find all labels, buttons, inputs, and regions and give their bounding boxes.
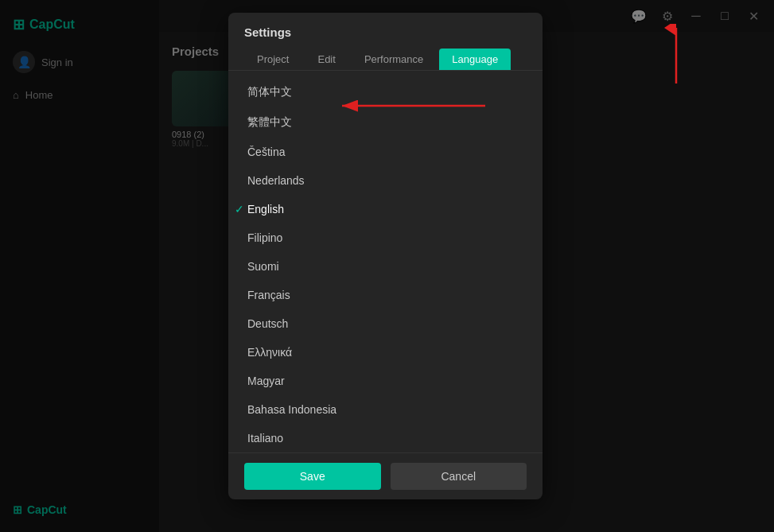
language-label: Deutsch xyxy=(247,317,288,330)
language-label: Čeština xyxy=(247,146,285,158)
tab-performance[interactable]: Performance xyxy=(352,49,436,70)
checkmark-icon: ✓ xyxy=(235,203,244,216)
language-label: Nederlands xyxy=(247,174,305,187)
language-list: 简体中文繁體中文ČeštinaNederlands✓EnglishFilipin… xyxy=(228,71,543,452)
language-label: Suomi xyxy=(247,260,279,273)
language-item-zh-hans[interactable]: 简体中文 xyxy=(228,77,543,107)
dialog-title-bar: Settings xyxy=(228,13,543,39)
language-label: Ελληνικά xyxy=(247,346,292,359)
language-item-fil[interactable]: Filipino xyxy=(228,223,543,252)
language-label: Filipino xyxy=(247,231,282,244)
dialog-tabs: Project Edit Performance Language xyxy=(228,39,543,71)
language-item-zh-hant[interactable]: 繁體中文 xyxy=(228,107,543,138)
tab-language[interactable]: Language xyxy=(439,49,511,70)
language-label: Français xyxy=(247,289,290,301)
cancel-button[interactable]: Cancel xyxy=(391,463,527,490)
dialog-footer: Save Cancel xyxy=(228,452,543,499)
tab-edit[interactable]: Edit xyxy=(305,49,348,70)
language-item-it[interactable]: Italiano xyxy=(228,424,543,452)
language-label: English xyxy=(247,203,284,216)
language-item-id[interactable]: Bahasa Indonesia xyxy=(228,395,543,424)
language-item-hu[interactable]: Magyar xyxy=(228,367,543,395)
tab-project[interactable]: Project xyxy=(244,49,301,70)
language-item-en[interactable]: ✓English xyxy=(228,195,543,223)
language-label: 繁體中文 xyxy=(247,115,292,130)
language-label: Italiano xyxy=(247,432,283,445)
save-button[interactable]: Save xyxy=(244,463,381,490)
language-item-el[interactable]: Ελληνικά xyxy=(228,338,543,367)
language-item-fi[interactable]: Suomi xyxy=(228,252,543,281)
language-item-de[interactable]: Deutsch xyxy=(228,309,543,338)
language-label: 简体中文 xyxy=(247,85,292,99)
language-item-nl[interactable]: Nederlands xyxy=(228,166,543,195)
language-label: Magyar xyxy=(247,375,285,387)
settings-dialog: Settings Project Edit Performance Langua… xyxy=(228,13,543,499)
language-item-fr[interactable]: Français xyxy=(228,281,543,309)
language-item-cs[interactable]: Čeština xyxy=(228,138,543,166)
dialog-title: Settings xyxy=(244,25,291,39)
language-label: Bahasa Indonesia xyxy=(247,403,336,416)
